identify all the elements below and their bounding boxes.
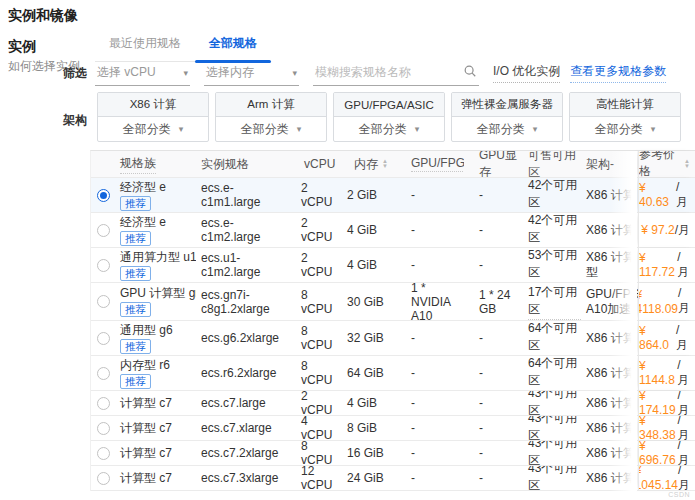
arch-card-x86: X86 计算 全部分类 ▾	[97, 92, 209, 142]
header-radio-col	[91, 151, 116, 177]
zones-value[interactable]: 53个可用区	[521, 248, 581, 282]
search-icon[interactable]	[463, 64, 477, 81]
recommend-badge: 推荐	[120, 196, 151, 211]
spec-name: ecs.gn7i-c8g1.2xlarge	[196, 283, 291, 320]
memory-value: 4 GiB	[339, 391, 391, 415]
arch-card-x86-title[interactable]: X86 计算	[98, 93, 208, 117]
gpu-value: -	[391, 321, 464, 355]
zones-value[interactable]: 64个可用区	[521, 321, 581, 355]
radio-button[interactable]	[97, 189, 110, 202]
radio-button[interactable]	[97, 422, 110, 435]
more-spec-params-link[interactable]: 查看更多规格参数	[570, 63, 666, 83]
table-row[interactable]: 通用型 g6推荐 ecs.g6.2xlarge 8 vCPU 32 GiB - …	[91, 321, 695, 356]
gpu-value: -	[391, 391, 464, 415]
zones-value[interactable]: 43个可用区	[521, 391, 581, 415]
arch-card-gpu-title[interactable]: GPU/FPGA/ASIC	[334, 93, 444, 117]
table-row[interactable]: 计算型 c7 ecs.c7.3xlarge 12 vCPU 24 GiB - -…	[91, 466, 695, 491]
price-value: ¥ 864.0/月	[638, 321, 695, 355]
table-row[interactable]: 经济型 e推荐 ecs.e-c1m1.large 2 vCPU 2 GiB - …	[91, 178, 695, 213]
gpu-memory-value: -	[464, 466, 521, 490]
header-memory-sort[interactable]: 内存▲▼	[339, 151, 391, 177]
spec-name: ecs.c7.3xlarge	[196, 466, 291, 490]
spec-search-input[interactable]: 模糊搜索规格名称	[313, 62, 479, 86]
arch-card-baremetal-category-select[interactable]: 全部分类 ▾	[452, 117, 562, 141]
arch-card-baremetal-title[interactable]: 弹性裸金属服务器	[452, 93, 562, 117]
radio-button[interactable]	[97, 472, 110, 485]
radio-button[interactable]	[97, 224, 110, 237]
header-architecture: 架构-	[581, 151, 638, 177]
header-vcpu-sort[interactable]: vCPU▲▼	[291, 151, 339, 177]
architecture-value: X86 计算 型	[581, 248, 638, 282]
radio-button[interactable]	[97, 259, 110, 272]
spec-name: ecs.e-c1m2.large	[196, 213, 291, 247]
zones-value[interactable]: 42个可用区	[521, 178, 581, 212]
gpu-memory-value: -	[464, 213, 521, 247]
table-row[interactable]: 计算型 c7 ecs.c7.xlarge 4 vCPU 8 GiB - - 43…	[91, 416, 695, 441]
vcpu-value: 2 vCPU	[291, 391, 339, 415]
recommend-badge: 推荐	[120, 266, 151, 281]
tab-all-specs[interactable]: 全部规格	[195, 33, 271, 61]
price-value: ¥ 4118.09/月	[638, 283, 695, 320]
architecture-value: GPU/FPGA A10加速	[581, 283, 638, 320]
header-gpu-memory: GPU显存	[464, 151, 521, 177]
spec-name: ecs.c7.xlarge	[196, 416, 291, 440]
arch-card-x86-category-select[interactable]: 全部分类 ▾	[98, 117, 208, 141]
zones-value[interactable]: 64个可用区	[521, 356, 581, 390]
chevron-down-icon: ▾	[292, 68, 297, 78]
table-row[interactable]: GPU 计算型 gn7i推荐 ecs.gn7i-c8g1.2xlarge 8 v…	[91, 283, 695, 321]
table-row[interactable]: 通用算力型 u1推荐 ecs.u1-c1m2.large 2 vCPU 4 Gi…	[91, 248, 695, 283]
gpu-memory-value: -	[464, 416, 521, 440]
table-row[interactable]: 内存型 r6推荐 ecs.r6.2xlarge 8 vCPU 64 GiB - …	[91, 356, 695, 391]
gpu-memory-value: -	[464, 178, 521, 212]
chevron-down-icon: ▾	[651, 124, 656, 134]
recommend-badge: 推荐	[120, 231, 151, 246]
spec-table: 规格族 实例规格 vCPU▲▼ 内存▲▼ GPU/FPGA GPU显存 可售可用…	[90, 150, 695, 491]
section-title: 实例	[8, 38, 36, 56]
table-row[interactable]: 计算型 c7 ecs.c7.large 2 vCPU 4 GiB - - 43个…	[91, 391, 695, 416]
io-optimized-label[interactable]: I/O 优化实例	[493, 63, 560, 83]
arch-card-arm-title[interactable]: Arm 计算	[216, 93, 326, 117]
chevron-down-icon: ▾	[183, 68, 188, 78]
gpu-memory-value: 1 * 24 GB	[464, 283, 521, 320]
table-row[interactable]: 经济型 e推荐 ecs.e-c1m2.large 2 vCPU 4 GiB - …	[91, 213, 695, 248]
header-family[interactable]: 规格族	[116, 151, 196, 177]
arch-card-arm-category-select[interactable]: 全部分类 ▾	[216, 117, 326, 141]
memory-value: 16 GiB	[339, 441, 391, 465]
price-value: ¥ 1045.14/月	[638, 466, 695, 490]
radio-button[interactable]	[97, 397, 110, 410]
table-row[interactable]: 计算型 c7 ecs.c7.2xlarge 8 vCPU 16 GiB - - …	[91, 441, 695, 466]
filter-label: 筛选	[63, 65, 87, 82]
zones-value[interactable]: 42个可用区	[521, 213, 581, 247]
zones-value[interactable]: 43个可用区	[521, 441, 581, 465]
zones-value[interactable]: 17个可用区	[521, 283, 581, 320]
price-value: ¥ 97.2/月	[638, 213, 695, 247]
architecture-cards: X86 计算 全部分类 ▾ Arm 计算 全部分类 ▾ GPU/FPGA/ASI…	[97, 92, 681, 142]
vcpu-select[interactable]: 选择 vCPU ▾	[95, 62, 190, 86]
header-gpu[interactable]: GPU/FPGA	[391, 151, 464, 177]
memory-value: 24 GiB	[339, 466, 391, 490]
gpu-memory-value: -	[464, 391, 521, 415]
gpu-value: -	[391, 466, 464, 490]
tab-recent-specs[interactable]: 最近使用规格	[95, 33, 195, 61]
gpu-value: -	[391, 416, 464, 440]
radio-button[interactable]	[97, 447, 110, 460]
family-name: 通用算力型 u1	[120, 250, 196, 264]
zones-value[interactable]: 43个可用区	[521, 416, 581, 440]
memory-select[interactable]: 选择内存 ▾	[204, 62, 299, 86]
arch-card-hpc-category-select[interactable]: 全部分类 ▾	[570, 117, 680, 141]
arch-card-hpc-title[interactable]: 高性能计算	[570, 93, 680, 117]
family-name: 经济型 e	[120, 215, 166, 229]
gpu-memory-value: -	[464, 321, 521, 355]
header-zones: 可售可用区	[521, 151, 581, 177]
sort-icon: ▲▼	[382, 159, 388, 169]
spec-name: ecs.c7.2xlarge	[196, 441, 291, 465]
arch-card-gpu-category-select[interactable]: 全部分类 ▾	[334, 117, 444, 141]
vcpu-value: 8 vCPU	[291, 321, 339, 355]
watermark: CSDN	[668, 491, 690, 498]
zones-value[interactable]: 43个可用区	[521, 466, 581, 490]
radio-button[interactable]	[97, 295, 110, 308]
header-price-sort[interactable]: 参考价格▲▼	[638, 151, 695, 177]
radio-button[interactable]	[97, 367, 110, 380]
gpu-value: -	[391, 178, 464, 212]
radio-button[interactable]	[97, 332, 110, 345]
